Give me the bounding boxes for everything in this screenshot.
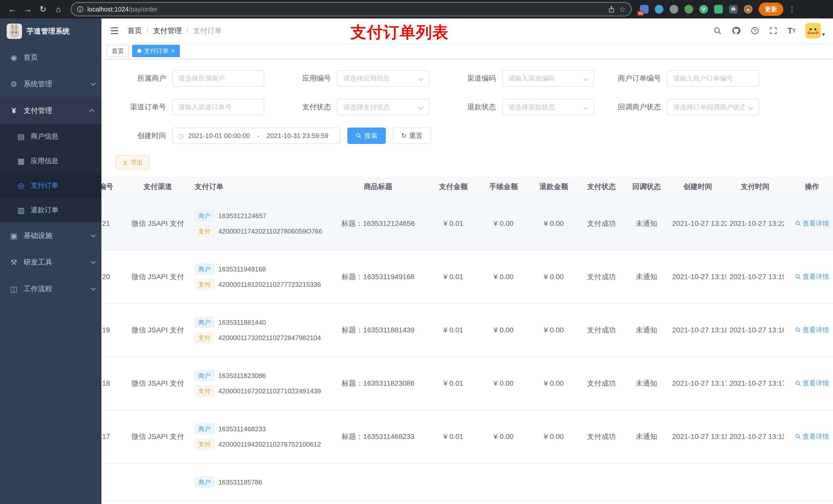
sidebar-item-infra[interactable]: ▣ 基础设施 [0,222,101,249]
vue-devtools-icon[interactable]: V [699,5,708,14]
sidebar-item-refund-order[interactable]: ▥ 退款订单 [0,198,101,222]
chevron-down-icon [91,286,96,291]
sidebar-item-system[interactable]: ⚙ 系统管理 [0,71,101,97]
chat-extension-icon[interactable] [714,5,723,14]
merchant-order-line: 商户 1635312124657 [195,211,266,221]
breadcrumb-payment[interactable]: 支付管理 [153,26,182,35]
cell-pay-time: 2021-10-27 13:22:15 [727,197,784,250]
address-bar[interactable]: localhost:1024/pay/order ☆ [71,2,632,16]
green-extension-icon[interactable] [685,5,693,14]
view-detail-link[interactable]: 查看详情 [795,272,829,281]
cell-pay-time: 2021-10-27 13:19:15 [727,250,784,304]
chevron-down-icon [91,232,96,237]
caret-down-icon: ▾ [822,31,825,39]
github-icon[interactable] [732,26,741,35]
page-content: 所属商户 应用编号 请选择应用信息 渠道编码 [101,59,833,504]
sidebar-item-devtools[interactable]: ⚒ 研发工具 [0,249,101,275]
merchant-order-no-input[interactable] [667,70,759,87]
table-row[interactable]: 19 微信 JSAPI 支付 商户 1635311881440 支付 42000… [101,304,833,357]
pay-status-select[interactable]: 请选择支付状态 [337,99,429,115]
browser-menu-icon[interactable]: ⋮ [786,5,798,14]
export-button[interactable]: 导出 [116,155,149,170]
browser-update-button[interactable]: 更新 [759,3,783,16]
clock-icon: ◷ [178,131,184,140]
app-title: 芋道管理系统 [27,26,70,36]
merchant-input[interactable] [172,70,264,87]
sidebar-item-pay-order[interactable]: ◎ 支付订单 [0,173,101,198]
tab-pay-order[interactable]: 支付订单 × [132,45,180,57]
chevron-down-icon [748,105,753,110]
drop-extension-icon[interactable] [655,5,663,14]
reload-icon[interactable]: ↻ [36,2,50,16]
dashboard-icon: ◉ [9,53,19,62]
adblock-extension-icon[interactable]: 10 [640,5,648,14]
table-header-row: 编号 支付渠道 支付订单 商品标题 支付金额 手续金额 退款金额 支付状态 回调… [101,177,833,197]
refund-status-select[interactable]: 请选择退款状态 [502,99,594,115]
sidebar-item-workflow[interactable]: ◫ 工作流程 [0,275,101,302]
cell-title: 标题：1635311468233 [328,410,428,463]
col-channel: 支付渠道 [124,177,192,197]
filter-merchant-order-no: 商户订单编号 [605,70,770,87]
grid-icon: ▦ [16,157,26,165]
sidebar-item-home[interactable]: ◉ 首页 [0,44,101,71]
gray-extension-icon[interactable] [670,5,678,14]
table-row[interactable]: 18 微信 JSAPI 支付 商户 1635311823086 支付 42000… [101,357,833,410]
merchant-order-line: 商户 1635311881440 [195,317,266,328]
help-icon[interactable]: ? [751,26,759,35]
home-icon[interactable]: ⌂ [51,2,66,16]
channel-code-select[interactable]: 请输入渠道编码 [502,70,594,87]
channel-order-no-field[interactable] [178,103,258,111]
range-start: 2021-10-01 00:00:00 [188,132,250,140]
tab-home[interactable]: 首页 [106,45,129,57]
channel-order-no-input[interactable] [172,99,264,115]
sidebar-item-payment[interactable]: ¥ 支付管理 [0,97,101,124]
channel-order-number: 4200001173202110272847982104 [218,334,321,342]
view-detail-link[interactable]: 查看详情 [795,219,829,228]
sidebar-item-app-info[interactable]: ▦ 应用信息 [0,148,101,173]
monkey-extension-icon[interactable] [744,5,753,14]
cell-notify-status: 未通知 [624,357,669,410]
refresh-icon: ↻ [401,132,407,140]
user-menu[interactable]: ▾ [805,23,825,39]
reset-button[interactable]: ↻ 重置 [393,127,431,144]
view-detail-link[interactable]: 查看详情 [795,432,829,441]
pay-badge: 支付 [195,332,214,343]
search-icon[interactable] [713,26,722,35]
back-icon[interactable]: ← [5,2,20,16]
view-detail-link[interactable]: 查看详情 [795,379,829,388]
cell-actions: 查看详情 [784,250,833,304]
bookmark-star-icon[interactable]: ☆ [619,5,626,14]
monitor-icon: ▣ [9,231,19,240]
cell-fee: ¥ 0.00 [478,250,529,304]
share-icon[interactable] [608,5,615,13]
cell-amount: ¥ 0.01 [428,357,478,410]
app-select[interactable]: 请选择应用信息 [337,70,429,87]
notify-status-select[interactable]: 请选择订单回调商户状态 [667,99,759,115]
pay-order-line: 支付 4200001194202110276752100612 [195,439,321,450]
filter-row-1: 所属商户 应用编号 请选择应用信息 渠道编码 [101,70,833,87]
site-info-icon[interactable] [77,6,84,13]
fullscreen-icon[interactable] [769,26,778,35]
merchant-badge: 商户 [195,211,214,221]
sidebar-logo[interactable]: 芋道管理系统 [0,19,101,44]
merchant-input-field[interactable] [178,74,258,82]
close-icon[interactable]: × [171,48,175,54]
table-row[interactable]: 17 微信 JSAPI 支付 商户 1635311468233 支付 42000… [101,410,833,463]
filter-refund-status: 退款状态 请选择退款状态 [441,99,605,115]
col-amount: 支付金额 [428,177,478,197]
chevron-down-icon [583,105,588,110]
view-detail-link[interactable]: 查看详情 [795,326,829,334]
extensions-puzzle-icon[interactable] [729,5,738,14]
sidebar-item-merchant-info[interactable]: ▤ 商户信息 [0,124,101,148]
search-button[interactable]: 搜索 [347,127,386,144]
table-row[interactable]: 21 微信 JSAPI 支付 商户 1635312124657 支付 42000… [101,197,833,250]
font-size-icon[interactable]: TT [787,27,795,35]
cell-fee: ¥ 0.00 [478,357,529,410]
merchant-order-no-field[interactable] [673,74,753,82]
table-row[interactable]: 20 微信 JSAPI 支付 商户 1635311949168 支付 42000… [101,250,833,304]
table-row[interactable]: 商户 163531185786 支付 [101,463,833,501]
forward-icon[interactable]: → [21,2,35,16]
breadcrumb-home[interactable]: 首页 [127,26,142,35]
sidebar-toggle-icon[interactable] [110,26,119,35]
create-time-range-picker[interactable]: ◷ 2021-10-01 00:00:00 - 2021-10-31 23:59… [172,127,340,144]
